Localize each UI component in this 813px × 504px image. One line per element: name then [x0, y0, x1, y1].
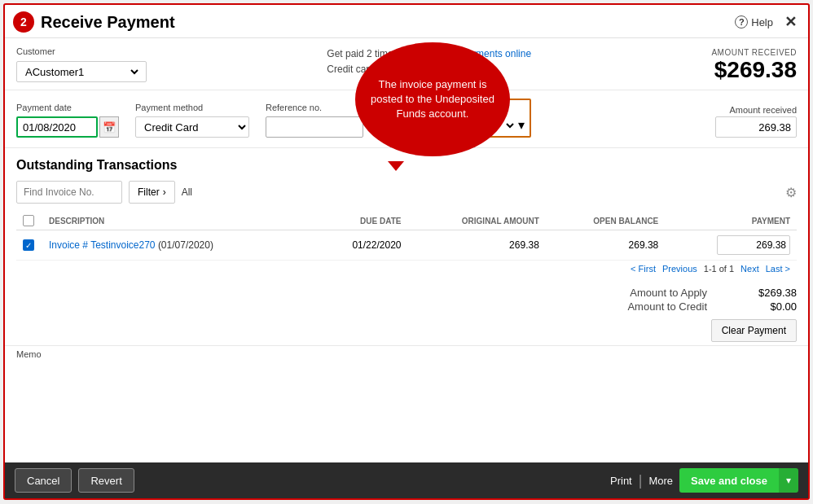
calendar-icon[interactable]: 📅 — [99, 116, 119, 138]
amount-to-credit-row: Amount to Credit $0.00 — [627, 300, 797, 313]
col-description: DESCRIPTION — [42, 212, 313, 230]
more-button[interactable]: More — [648, 475, 673, 487]
pagination-row: < First Previous 1-1 of 1 Next Last > — [16, 261, 797, 277]
top-section: Customer ACustomer1 Get paid 2 times fas… — [5, 38, 808, 90]
amount-received-field-group: Amount received — [715, 105, 797, 138]
payment-date-group: Payment date 📅 — [16, 103, 119, 138]
amount-received-label: AMOUNT RECEIVED — [711, 48, 797, 57]
transactions-table: DESCRIPTION DUE DATE ORIGINAL AMOUNT OPE… — [16, 212, 797, 261]
row-checkbox-cell: ✓ — [16, 230, 42, 261]
amount-to-apply-row: Amount to Apply $269.38 — [630, 287, 797, 299]
memo-section: Memo — [5, 345, 808, 362]
close-button[interactable]: ✕ — [784, 13, 797, 31]
payment-date-input[interactable] — [16, 116, 98, 138]
amount-to-credit-value: $0.00 — [740, 300, 797, 313]
save-and-close-button[interactable]: Save and close — [679, 468, 779, 493]
amount-received-field-label: Amount received — [715, 105, 797, 115]
amount-received-block: AMOUNT RECEIVED $269.38 — [711, 48, 797, 83]
last-page-link[interactable]: Last > — [766, 264, 790, 274]
row-checkbox[interactable]: ✓ — [23, 239, 34, 251]
deposit-dropdown-icon: ▾ — [518, 117, 525, 133]
customer-label: Customer — [16, 46, 147, 56]
next-page-link[interactable]: Next — [740, 264, 759, 274]
col-original-amount: ORIGINAL AMOUNT — [407, 212, 545, 230]
col-open-balance: OPEN BALANCE — [546, 212, 665, 230]
header-right: ? Help ✕ — [735, 13, 797, 31]
help-button[interactable]: ? Help — [735, 15, 773, 28]
help-label: Help — [751, 16, 773, 28]
col-check — [16, 212, 42, 230]
reference-no-group: Reference no. — [266, 103, 363, 138]
pagination-range: 1-1 of 1 — [704, 264, 734, 274]
amount-to-apply-label: Amount to Apply — [630, 287, 707, 299]
transactions-section: Outstanding Transactions Filter › All ⚙ … — [5, 148, 808, 282]
revert-button[interactable]: Revert — [78, 468, 134, 493]
invoice-link[interactable]: Invoice # Testinvoice270 — [49, 239, 156, 251]
tooltip-balloon: The invoice payment is posted to the Und… — [355, 42, 510, 156]
modal-body: Customer ACustomer1 Get paid 2 times fas… — [5, 38, 808, 462]
print-button[interactable]: Print — [610, 475, 632, 487]
save-dropdown-button[interactable]: ▾ — [779, 468, 798, 493]
page-title: Receive Payment — [41, 13, 175, 32]
row-original-amount: 269.38 — [407, 230, 545, 261]
find-invoice-input[interactable] — [16, 181, 122, 204]
row-open-balance: 269.38 — [546, 230, 665, 261]
gear-icon[interactable]: ⚙ — [785, 185, 797, 200]
footer-divider-line: | — [639, 472, 643, 489]
payment-method-group: Payment method Credit Card Cash Check Ot… — [135, 103, 249, 138]
payment-method-label: Payment method — [135, 103, 249, 112]
customer-section: Customer ACustomer1 — [16, 46, 147, 82]
modal-footer: Cancel Revert Print | More Save and clos… — [5, 462, 808, 498]
amount-to-credit-label: Amount to Credit — [627, 300, 707, 313]
reference-no-label: Reference no. — [266, 103, 363, 112]
modal-header: 2 Receive Payment ? Help ✕ — [5, 5, 808, 38]
payment-amount-input[interactable] — [717, 235, 790, 255]
filter-button[interactable]: Filter › — [129, 181, 175, 204]
customer-dropdown[interactable]: ACustomer1 — [22, 65, 141, 79]
modal-container: 2 Receive Payment ? Help ✕ Customer ACus… — [3, 3, 810, 500]
row-description: Invoice # Testinvoice270 (01/07/2020) — [42, 230, 313, 261]
cancel-button[interactable]: Cancel — [15, 468, 72, 493]
col-due-date: DUE DATE — [313, 212, 407, 230]
save-button-wrap: Save and close ▾ — [679, 468, 798, 493]
totals-section: Amount to Apply $269.38 Amount to Credit… — [5, 282, 808, 345]
amount-received-value: $269.38 — [711, 57, 797, 83]
memo-label: Memo — [16, 349, 797, 359]
step-badge: 2 — [13, 11, 34, 33]
row-payment — [665, 230, 797, 261]
payment-date-label: Payment date — [16, 103, 119, 112]
amount-to-apply-value: $269.38 — [740, 287, 797, 299]
table-row: ✓ Invoice # Testinvoice270 (01/07/2020) … — [16, 230, 797, 261]
row-due-date: 01/22/2020 — [313, 230, 407, 261]
help-circle-icon: ? — [735, 15, 748, 28]
header-left: 2 Receive Payment — [13, 11, 175, 33]
col-payment: PAYMENT — [665, 212, 797, 230]
all-label: All — [182, 186, 192, 198]
filter-row: Filter › All ⚙ — [16, 181, 797, 204]
select-all-checkbox[interactable] — [23, 215, 34, 226]
reference-no-input[interactable] — [266, 116, 363, 138]
clear-payment-button[interactable]: Clear Payment — [711, 319, 797, 342]
amount-received-field-input[interactable] — [715, 116, 797, 138]
invoice-date: (01/07/2020) — [158, 239, 213, 251]
filter-label: Filter — [138, 186, 160, 198]
first-page-link[interactable]: < First — [631, 264, 656, 274]
previous-page-link[interactable]: Previous — [662, 264, 697, 274]
filter-arrow-icon: › — [163, 186, 166, 198]
outstanding-transactions-title: Outstanding Transactions — [16, 158, 797, 173]
customer-select-wrap[interactable]: ACustomer1 — [16, 61, 147, 82]
payment-method-select[interactable]: Credit Card Cash Check Other — [135, 116, 249, 138]
